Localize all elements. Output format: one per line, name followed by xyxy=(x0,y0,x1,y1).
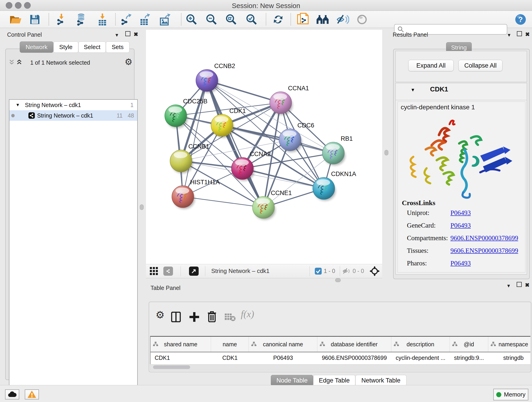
hidden-count: 0 - 0 xyxy=(353,268,364,274)
refresh-button[interactable] xyxy=(272,13,285,26)
table-panel-collapse-icon[interactable]: ▼ xyxy=(506,283,511,288)
column-header-database-identifier[interactable]: database identifier xyxy=(317,337,391,352)
import-table-button[interactable] xyxy=(96,13,109,26)
column-header--id[interactable]: @id xyxy=(450,337,488,352)
results-panel-close-icon[interactable]: ✖ xyxy=(525,31,530,38)
edge-CCNB2-CCNE1[interactable] xyxy=(207,80,264,207)
left-splitter-handle[interactable] xyxy=(140,204,144,210)
crosslink-value-link[interactable]: 9606.ENSP00000378699 xyxy=(450,247,518,254)
tab-node-table[interactable]: Node Table xyxy=(271,375,313,386)
birdseye-crosshair-icon[interactable] xyxy=(370,266,380,276)
collection-expander-icon[interactable]: ▼ xyxy=(16,102,20,108)
column-header-canonical-name[interactable]: canonical name xyxy=(249,337,317,352)
scrollbar-thumb[interactable] xyxy=(153,365,190,369)
zoom-selected-button[interactable] xyxy=(245,13,258,26)
results-panel-float-icon[interactable] xyxy=(517,31,522,38)
network-share-icon[interactable] xyxy=(163,267,173,276)
crosslink-value-link[interactable]: 9606.ENSP00000378699 xyxy=(450,234,518,242)
expand-all-icon[interactable] xyxy=(17,59,24,66)
hide-unhide-button[interactable] xyxy=(336,13,349,26)
node-HIST1H1A[interactable]: HIST1H1A xyxy=(172,179,220,209)
table-cell[interactable]: stringdb:9... xyxy=(450,352,488,363)
column-header-shared-name[interactable]: shared name xyxy=(151,337,211,352)
tab-edge-table[interactable]: Edge Table xyxy=(313,375,355,386)
function-builder-icon: f(x) xyxy=(241,308,254,319)
table-row[interactable]: CDK1CDK1P064939606.ENSP00000378699cyclin… xyxy=(151,352,530,363)
node-CDK1[interactable]: CDK1 xyxy=(211,108,246,138)
tab-network[interactable]: Network xyxy=(20,41,53,53)
table-panel-float-icon[interactable] xyxy=(517,282,522,288)
column-header-description[interactable]: description xyxy=(391,337,450,352)
tab-select[interactable]: Select xyxy=(78,41,106,53)
tab-sets[interactable]: Sets xyxy=(106,41,129,53)
crosslink-value-link[interactable]: P06493 xyxy=(450,209,471,217)
gene-expander-icon[interactable]: ▼ xyxy=(411,87,415,93)
edge-HIST1H1A-CCNE1[interactable] xyxy=(183,197,264,207)
tab-network-table[interactable]: Network Table xyxy=(355,375,406,386)
save-session-button[interactable] xyxy=(28,13,41,26)
collapse-all-label: Collapse All xyxy=(464,62,496,69)
node-CCNA1[interactable]: CCNA1 xyxy=(270,85,309,115)
cloud-button[interactable] xyxy=(5,389,19,400)
export-network-button[interactable] xyxy=(120,13,133,26)
table-cell[interactable]: CDK1 xyxy=(211,352,249,363)
results-panel-collapse-icon[interactable]: ▼ xyxy=(507,32,511,38)
table-cell[interactable]: 9606.ENSP00000378699 xyxy=(317,352,391,363)
node-table[interactable]: shared namenamecanonical namedatabase id… xyxy=(150,336,530,364)
control-panel-float-icon[interactable] xyxy=(125,31,130,38)
network-row-selected[interactable]: String Network – cdk1 11 48 xyxy=(9,110,137,121)
network-options-gear-icon[interactable]: ⚙ xyxy=(125,57,133,67)
table-panel-close-icon[interactable]: ✖ xyxy=(525,282,530,288)
warnings-button[interactable] xyxy=(25,389,39,400)
hidden-eye-slash-icon[interactable] xyxy=(342,268,351,275)
export-image-icon xyxy=(158,13,171,26)
network-canvas[interactable]: CCNB2CCNA1CDC25BCDK1CDC6RB1CCNB1CCNA2CDK… xyxy=(146,30,382,264)
import-network-button[interactable] xyxy=(55,13,68,26)
expand-all-button[interactable]: Expand All xyxy=(408,60,454,71)
column-header-namespace[interactable]: namespace xyxy=(488,337,530,352)
table-cell[interactable]: stringdb xyxy=(488,352,530,363)
node-CCNE1[interactable]: CCNE1 xyxy=(253,190,292,220)
open-session-button[interactable] xyxy=(9,13,22,26)
export-table-button[interactable] xyxy=(138,13,151,26)
add-column-icon[interactable] xyxy=(190,312,199,322)
delete-column-icon[interactable] xyxy=(207,311,216,322)
selected-checkbox-icon[interactable] xyxy=(315,268,322,275)
collapse-all-button[interactable]: Collapse All xyxy=(458,60,502,71)
node-CCNB1[interactable]: CCNB1 xyxy=(170,143,209,173)
column-header-name[interactable]: name xyxy=(211,337,249,352)
node-CDKN1A[interactable]: CDKN1A xyxy=(313,171,356,201)
collapse-all-icon[interactable] xyxy=(9,59,16,66)
table-horizontal-scrollbar[interactable] xyxy=(150,364,530,370)
crosslink-value-link[interactable]: P06493 xyxy=(450,222,471,229)
table-cell[interactable]: P06493 xyxy=(249,352,317,363)
table-header-row: shared namenamecanonical namedatabase id… xyxy=(151,337,530,352)
control-panel-close-icon[interactable]: ✖ xyxy=(133,31,138,38)
table-settings-gear-icon[interactable]: ⚙ xyxy=(156,309,165,321)
help-button[interactable]: ? xyxy=(514,13,527,26)
zoom-out-button[interactable] xyxy=(205,13,218,26)
right-splitter-handle[interactable] xyxy=(385,150,388,155)
detach-view-icon[interactable] xyxy=(189,267,199,276)
control-panel-collapse-icon[interactable]: ▼ xyxy=(114,32,119,38)
zoom-in-button[interactable] xyxy=(185,13,198,26)
table-cell[interactable]: cyclin-dependent ... xyxy=(391,352,450,363)
node-RB1[interactable]: RB1 xyxy=(322,135,353,166)
network-collection-row[interactable]: ▼ String Network – cdk1 1 xyxy=(9,100,137,110)
memory-button[interactable]: Memory xyxy=(493,389,528,400)
crosslink-value-link[interactable]: P06493 xyxy=(450,259,471,267)
network-graph[interactable]: CCNB2CCNA1CDC25BCDK1CDC6RB1CCNB1CCNA2CDK… xyxy=(146,30,382,264)
home-button[interactable] xyxy=(316,13,329,26)
show-graphics-button[interactable] xyxy=(355,13,368,26)
grid-view-icon[interactable] xyxy=(150,267,158,275)
show-columns-icon[interactable] xyxy=(171,312,181,322)
clone-network-button[interactable] xyxy=(297,13,309,26)
import-network-from-database-button[interactable] xyxy=(75,13,88,26)
export-image-button[interactable] xyxy=(158,13,171,26)
network-view-toolbar: String Network – cdk1 1 - 0 0 - 0 xyxy=(146,264,382,278)
tab-style[interactable]: Style xyxy=(53,41,78,53)
zoom-fit-button[interactable] xyxy=(225,13,238,26)
database-import-icon xyxy=(75,13,88,26)
node-CCNB2[interactable]: CCNB2 xyxy=(196,63,235,93)
table-cell[interactable]: CDK1 xyxy=(151,352,211,363)
